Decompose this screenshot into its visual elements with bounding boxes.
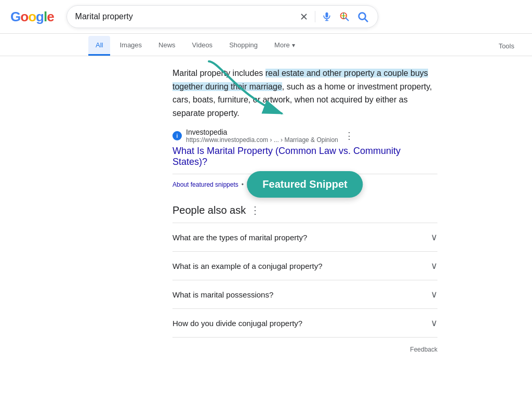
search-icons xyxy=(298,10,369,23)
svg-line-6 xyxy=(345,18,348,21)
voice-search-button[interactable] xyxy=(321,10,333,23)
featured-snippet-area: Marital property includes real estate an… xyxy=(172,67,437,188)
people-also-ask-section: People also ask ⋮ What are the types of … xyxy=(172,204,437,338)
footer-separator: • xyxy=(242,181,244,188)
tab-tools[interactable]: Tools xyxy=(491,37,522,55)
chevron-down-icon: ∨ xyxy=(431,231,437,243)
chevron-down-icon: ∨ xyxy=(431,289,437,300)
bottom-feedback[interactable]: Feedback xyxy=(172,346,437,353)
tab-more[interactable]: More ▾ xyxy=(267,36,302,56)
tab-shopping[interactable]: Shopping xyxy=(222,36,265,56)
paa-item[interactable]: What is an example of a conjugal propert… xyxy=(172,251,437,280)
source-row: i Investopedia https://www.investopedia.… xyxy=(172,128,437,144)
chevron-down-icon: ▾ xyxy=(292,42,295,49)
search-bar: Marital property xyxy=(66,5,378,28)
featured-snippet-badge-container: Featured Snippet xyxy=(247,171,363,198)
source-name: Investopedia xyxy=(186,128,338,136)
more-options-icon[interactable]: ⋮ xyxy=(344,130,354,141)
paa-options-icon[interactable]: ⋮ xyxy=(250,204,260,216)
paa-question-4: How do you divide conjugal property? xyxy=(172,319,302,328)
source-url: https://www.investopedia.com › ... › Mar… xyxy=(186,136,338,144)
paa-question-2: What is an example of a conjugal propert… xyxy=(172,262,323,270)
tab-news[interactable]: News xyxy=(151,36,183,56)
source-favicon: i xyxy=(172,131,182,140)
svg-line-8 xyxy=(365,19,367,21)
result-link[interactable]: What Is Marital Property (Common Law vs.… xyxy=(172,146,437,167)
snippet-text: Marital property includes real estate an… xyxy=(172,67,437,120)
paa-item[interactable]: How do you divide conjugal property? ∨ xyxy=(172,308,437,338)
lens-button[interactable] xyxy=(338,10,351,23)
paa-heading: People also ask xyxy=(172,204,246,216)
snippet-footer: Featured Snippet About featured snippets… xyxy=(172,180,437,188)
paa-question-3: What is marital possessions? xyxy=(172,290,273,299)
chevron-down-icon: ∨ xyxy=(431,260,437,271)
clear-button[interactable] xyxy=(298,11,310,22)
svg-rect-2 xyxy=(325,12,328,18)
tab-all[interactable]: All xyxy=(88,36,110,56)
annotation-container: Marital property includes real estate an… xyxy=(172,67,437,120)
tab-images[interactable]: Images xyxy=(112,36,149,56)
search-divider xyxy=(315,11,315,22)
header: Google Marital property xyxy=(0,0,532,34)
about-featured-snippets-link[interactable]: About featured snippets xyxy=(172,181,238,188)
chevron-down-icon: ∨ xyxy=(431,317,437,329)
source-info: Investopedia https://www.investopedia.co… xyxy=(186,128,338,144)
search-input[interactable]: Marital property xyxy=(75,12,293,21)
google-logo: Google xyxy=(10,9,54,25)
paa-item[interactable]: What is marital possessions? ∨ xyxy=(172,280,437,308)
tab-videos[interactable]: Videos xyxy=(185,36,220,56)
search-button[interactable] xyxy=(356,10,369,23)
paa-header: People also ask ⋮ xyxy=(172,204,437,216)
main-content: Marital property includes real estate an… xyxy=(84,56,448,364)
nav-tabs: All Images News Videos Shopping More ▾ T… xyxy=(0,34,532,56)
snippet-text-before: Marital property includes xyxy=(172,69,265,77)
paa-item[interactable]: What are the types of marital property? … xyxy=(172,223,437,251)
featured-snippet-badge: Featured Snippet xyxy=(247,171,363,198)
paa-question-1: What are the types of marital property? xyxy=(172,233,307,242)
